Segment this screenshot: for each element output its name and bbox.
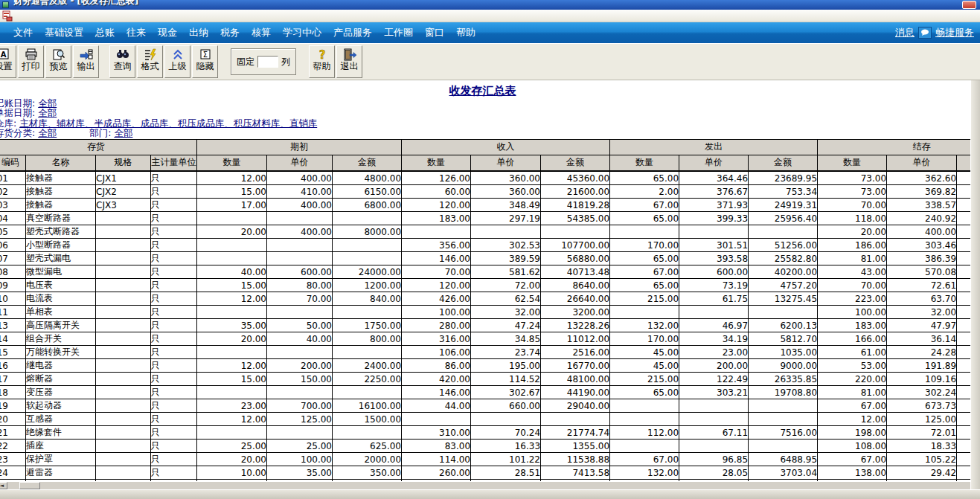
column-header[interactable]: 数量: [610, 155, 679, 171]
cell-receipt-amount: 41819.28: [541, 199, 610, 212]
column-header[interactable]: 名称: [26, 155, 96, 171]
column-header[interactable]: 主计量单位: [151, 155, 197, 171]
cell-issue-qty: 65.00: [610, 279, 679, 292]
toolbar: A 设置 打印 预览: [0, 43, 980, 80]
help-button[interactable]: ? 帮助: [309, 45, 335, 78]
menu-item[interactable]: 基础设置: [39, 24, 89, 42]
cell-balance-price: 240.92: [887, 212, 957, 225]
export-button[interactable]: 输出: [73, 45, 99, 78]
group-header-receipt: 收入: [402, 139, 610, 155]
fixed-columns-panel: 固定 列: [231, 48, 296, 75]
cell-receipt-price: 70.24: [471, 426, 541, 440]
cell-name: 插座: [26, 440, 96, 453]
table-row: 006 小型断路器 只 356.00 302.53 107700.00 170.…: [0, 239, 970, 252]
column-header[interactable]: 单价: [887, 155, 957, 171]
cell-receipt-amount: 21774.74: [541, 426, 610, 440]
cell-balance-qty: 81.00: [818, 386, 887, 399]
cell-opening-price: 80.00: [267, 279, 333, 292]
horizontal-scrollbar[interactable]: ◄: [0, 481, 970, 489]
cell-opening-amount: 1500.00: [333, 413, 402, 426]
filter-dept-value[interactable]: 全部: [114, 127, 132, 138]
cell-opening-amount: 16100.00: [333, 399, 402, 413]
cell-opening-price: [267, 239, 333, 252]
scroll-left-arrow-icon[interactable]: ◄: [0, 482, 7, 489]
filter-category-value[interactable]: 全部: [38, 127, 57, 138]
menu-item[interactable]: 学习中心: [277, 24, 327, 42]
hide-button[interactable]: Σ 隐藏: [192, 45, 218, 78]
column-header[interactable]: 单价: [267, 155, 333, 171]
cell-opening-amount: 2000.00: [333, 453, 402, 466]
column-header[interactable]: 金额: [333, 155, 402, 171]
cell-receipt-amount: 1355.00: [541, 440, 610, 453]
report-filters: 记账日期: 全部 单据日期: 全部 仓库: 主材库、辅材库、半成品库、成品库、积…: [0, 98, 970, 138]
table-row: 015 万能转换开关 只 106.00 23.74 2516.00 45.00 …: [0, 346, 970, 359]
cell-name: 电流表: [26, 292, 96, 306]
column-header[interactable]: 数量: [818, 155, 887, 171]
cell-balance-price: 400.00: [887, 225, 957, 239]
cell-receipt-qty: 100.00: [402, 306, 471, 319]
menu-item[interactable]: 总账: [89, 24, 121, 42]
filter-doc-date: 单据日期: 全部: [0, 108, 970, 117]
cell-name: 组合开关: [26, 332, 96, 346]
menu-item[interactable]: 工作圈: [378, 24, 419, 42]
table-row: 020 互感器 只 12.00 125.00 1500.00: [0, 413, 970, 426]
close-button[interactable]: [962, 1, 976, 9]
cell-receipt-amount: 29040.00: [541, 399, 610, 413]
menu-item[interactable]: 窗口: [419, 24, 450, 42]
filter-warehouse-value[interactable]: 主材库、辅材库、半成品库、成品库、积压成品库、积压材料库、直销库: [19, 117, 317, 129]
cell-balance-price: 63.70: [887, 292, 957, 306]
cell-balance-amount: [957, 225, 970, 239]
column-header[interactable]: 数量: [197, 155, 267, 171]
cell-issue-price: 96.85: [679, 453, 749, 466]
message-link[interactable]: 消息: [895, 26, 915, 39]
cell-code: 003: [0, 199, 26, 212]
preview-button[interactable]: 预览: [45, 45, 71, 78]
cell-receipt-qty: 106.00: [402, 346, 471, 359]
cell-issue-qty: 45.00: [610, 346, 679, 359]
exit-button[interactable]: 退出: [336, 45, 362, 78]
cell-balance-amount: [957, 265, 970, 279]
format-button[interactable]: 格式: [137, 45, 163, 78]
cell-issue-price: 371.93: [679, 199, 749, 212]
column-header[interactable]: 编码: [0, 155, 26, 171]
column-header[interactable]: 金额: [541, 155, 610, 171]
menu-item[interactable]: 核算: [246, 24, 277, 42]
column-header[interactable]: 数量: [402, 155, 471, 171]
cell-issue-amount: 19708.80: [749, 386, 818, 399]
cell-receipt-price: 47.24: [471, 319, 541, 332]
menu-item[interactable]: 往来: [121, 24, 152, 42]
column-header[interactable]: 单价: [471, 155, 541, 171]
cell-unit: 只: [151, 413, 197, 426]
menu-item[interactable]: 帮助: [450, 24, 481, 42]
column-header[interactable]: 金额: [749, 155, 818, 171]
fixed-columns-input[interactable]: [257, 56, 278, 68]
message-bubble-icon[interactable]: [918, 27, 932, 39]
cell-balance-qty: 118.00: [818, 212, 887, 225]
cell-balance-qty: 67.00: [818, 453, 887, 466]
cell-balance-amount: [957, 319, 970, 332]
column-header[interactable]: 规格: [96, 155, 151, 171]
help-icon: ?: [316, 48, 329, 61]
menu-item[interactable]: 现金: [152, 24, 183, 42]
menu-item[interactable]: 文件: [7, 24, 39, 42]
cell-balance-amount: [957, 292, 970, 306]
settings-button[interactable]: A 设置: [0, 45, 16, 78]
cell-issue-amount: 25582.80: [749, 252, 818, 265]
column-header[interactable]: 单价: [679, 155, 749, 171]
query-button[interactable]: 查询: [109, 45, 135, 78]
cell-receipt-price: 195.00: [471, 359, 541, 373]
cell-issue-amount: 1035.00: [749, 346, 818, 359]
service-link[interactable]: 畅捷服务: [935, 26, 974, 39]
cell-opening-amount: 1200.00: [333, 279, 402, 292]
uplevel-button[interactable]: 上级: [164, 45, 190, 78]
cell-balance-price: 24.28: [887, 346, 957, 359]
print-button[interactable]: 打印: [18, 45, 44, 78]
column-header[interactable]: 金额: [957, 155, 970, 171]
menu-item[interactable]: 出纳: [183, 24, 214, 42]
menu-item[interactable]: 税务: [214, 24, 246, 42]
cell-issue-amount: 51256.00: [749, 239, 818, 252]
menu-item[interactable]: 产品服务: [327, 24, 378, 42]
svg-text:A: A: [0, 51, 6, 59]
scrollbar-thumb[interactable]: [19, 482, 40, 489]
table-group-header-row: 存货 期初 收入 发出 结存: [0, 139, 970, 155]
